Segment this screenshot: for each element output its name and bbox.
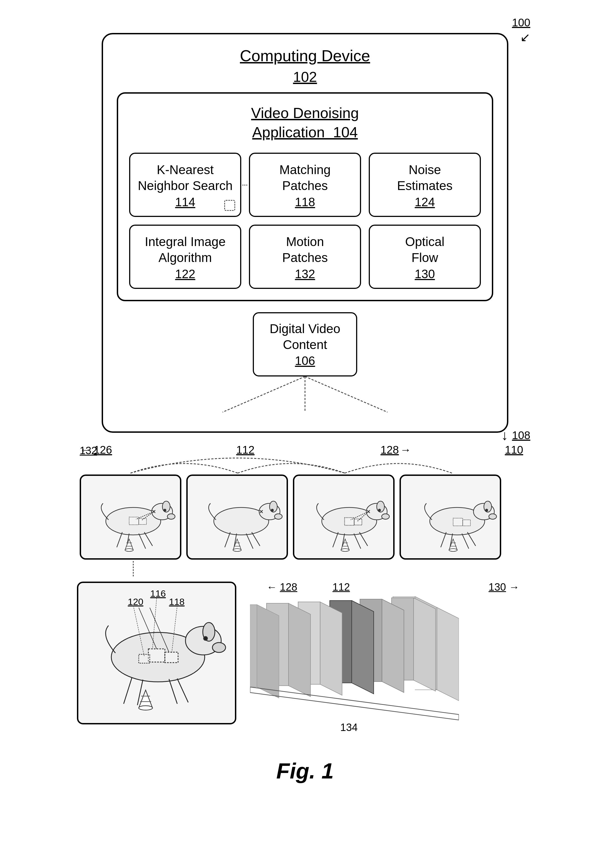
svg-point-31: [271, 509, 273, 511]
svg-point-11: [167, 514, 175, 519]
svg-line-26: [225, 532, 230, 547]
svg-point-65: [486, 509, 488, 511]
svg-line-1: [223, 377, 305, 412]
computing-device-title: Computing Device 102: [117, 45, 493, 87]
ref-128-arrow: 128: [380, 444, 399, 456]
module-motion: MotionPatches 132: [249, 225, 361, 289]
svg-marker-97: [437, 608, 459, 701]
svg-line-43: [359, 532, 368, 546]
svg-rect-83: [165, 652, 178, 663]
svg-line-29: [246, 533, 253, 549]
frame4-svg: [401, 476, 501, 560]
module-optical: OpticalFlow 130: [369, 225, 481, 289]
svg-point-20: [125, 549, 133, 552]
svg-line-60: [441, 532, 446, 547]
svg-point-69: [449, 549, 457, 552]
svg-line-76: [124, 678, 132, 704]
module-optical-title: OpticalFlow: [377, 234, 473, 265]
stack-label-130: 130 →: [489, 581, 519, 593]
svg-rect-82: [148, 649, 165, 662]
knn-dashed-box: [224, 200, 235, 211]
svg-marker-105: [382, 599, 404, 693]
frame2-svg: [188, 476, 288, 560]
vda-box: Video Denoising Application 104 K-Neares…: [117, 92, 493, 301]
stack-label-128: ← 128: [267, 581, 297, 593]
stack-svg: 134: [250, 597, 459, 731]
page: 100 ↙ Computing Device 102 Video Denoisi…: [0, 0, 610, 868]
frames-stack: ← 128 112 130 →: [250, 597, 533, 742]
ref-112: 112: [236, 444, 255, 456]
svg-point-35: [233, 549, 241, 552]
svg-marker-117: [257, 604, 279, 698]
module-matching-ref: 118: [257, 195, 353, 209]
frame3-svg: [294, 476, 394, 560]
enlarged-frame-container: 116 120 118: [77, 580, 236, 724]
svg-line-28: [252, 532, 260, 546]
svg-point-88: [139, 706, 152, 710]
arcs-row: [77, 459, 533, 473]
top-diagram: 100 ↙ Computing Device 102 Video Denoisi…: [71, 17, 539, 433]
ref-108: 108: [512, 429, 530, 442]
frames-section: ← 126 132 112 128 → 110: [71, 444, 539, 578]
svg-text:134: 134: [340, 722, 357, 731]
svg-point-30: [275, 514, 282, 519]
svg-line-9: [144, 532, 152, 546]
ref-108-area: ↓ 108: [71, 427, 539, 444]
svg-line-10: [139, 533, 146, 549]
module-motion-ref: 132: [257, 267, 353, 281]
svg-point-46: [378, 509, 380, 511]
ref-100: 100: [512, 17, 530, 29]
frame-labels-row: ← 126 132 112 128 → 110: [77, 444, 533, 457]
svg-line-79: [169, 679, 177, 704]
svg-marker-111: [320, 602, 342, 695]
frame3-label: 128 →: [304, 444, 411, 457]
ref-110: 110: [505, 444, 523, 456]
svg-point-81: [203, 637, 208, 640]
svg-line-7: [117, 532, 122, 547]
svg-line-41: [333, 532, 338, 547]
svg-line-44: [354, 533, 361, 549]
svg-text:116: 116: [150, 588, 166, 598]
video-frame-4: [399, 474, 501, 560]
dvc-box: Digital VideoContent 106: [253, 312, 357, 377]
enlarged-frame: 116 120 118: [77, 581, 236, 724]
fig-caption: Fig. 1: [276, 758, 334, 784]
frame4-label: 110: [416, 444, 523, 457]
frames-row: [77, 474, 533, 560]
svg-rect-118: [250, 604, 257, 687]
video-frame-1: [80, 474, 182, 560]
svg-rect-67: [463, 520, 470, 526]
svg-marker-87: [139, 690, 152, 708]
svg-text:118: 118: [169, 597, 185, 607]
computing-device-box: Computing Device 102 Video Denoising App…: [102, 33, 508, 433]
ref-126: 126: [94, 444, 112, 456]
stack-label-112: 112: [332, 581, 350, 593]
module-optical-ref: 130: [377, 267, 473, 281]
module-noise: NoiseEstimates 124: [369, 153, 481, 217]
dvc-ref: 106: [265, 354, 345, 368]
vertical-dashed: [132, 561, 533, 578]
svg-point-45: [382, 514, 390, 519]
module-integral-title: Integral ImageAlgorithm: [137, 234, 233, 265]
svg-rect-66: [453, 518, 463, 526]
svg-rect-47: [345, 518, 354, 525]
module-motion-title: MotionPatches: [257, 234, 353, 265]
svg-marker-102: [413, 598, 436, 691]
module-knn-title: K-NearestNeighbor Search: [137, 162, 233, 194]
module-noise-title: NoiseEstimates: [377, 162, 473, 194]
svg-point-54: [341, 549, 349, 552]
svg-line-119: [250, 687, 459, 715]
svg-line-78: [177, 679, 188, 702]
module-matching-title: MatchingPatches: [257, 162, 353, 194]
svg-text:120: 120: [128, 597, 143, 607]
modules-grid: K-NearestNeighbor Search 114 MatchingPat…: [129, 153, 481, 289]
module-knn: K-NearestNeighbor Search 114: [129, 153, 241, 217]
svg-marker-114: [289, 603, 310, 697]
dvc-title: Digital VideoContent: [265, 321, 345, 353]
module-noise-ref: 124: [377, 195, 473, 209]
svg-point-80: [213, 643, 226, 653]
module-knn-ref: 114: [137, 195, 233, 209]
svg-point-64: [489, 514, 497, 519]
dvc-dashed-lines: [117, 377, 493, 415]
frame1-label: ← 126 132: [80, 444, 187, 457]
